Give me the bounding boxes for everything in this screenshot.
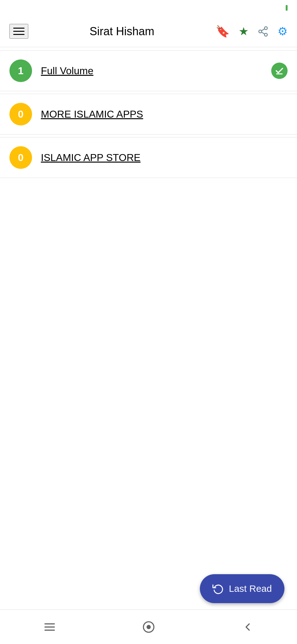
share-icon[interactable] <box>257 26 269 37</box>
bookmark-icon[interactable]: 🔖 <box>216 25 230 38</box>
nav-home-button[interactable] <box>139 618 158 636</box>
badge-1: 1 <box>9 59 32 82</box>
empty-content-area <box>0 180 297 464</box>
settings-icon[interactable]: ⚙ <box>278 25 288 38</box>
fab-container: Last Read <box>200 574 284 603</box>
last-read-label: Last Read <box>229 583 272 594</box>
hamburger-line-2 <box>13 31 25 32</box>
nav-menu-button[interactable] <box>40 618 59 636</box>
list-item[interactable]: 0 MORE ISLAMIC APPS <box>0 94 297 135</box>
hamburger-line-1 <box>13 28 25 29</box>
app-title: Sirat Hisham <box>35 25 209 38</box>
svg-line-3 <box>261 32 265 34</box>
list-item[interactable]: 1 Full Volume <box>0 50 297 91</box>
item-label-full-volume: Full Volume <box>41 65 271 77</box>
list-item[interactable]: 0 ISLAMIC APP STORE <box>0 137 297 178</box>
badge-2: 0 <box>9 103 32 125</box>
svg-point-10 <box>147 625 150 629</box>
svg-line-4 <box>261 29 265 31</box>
toolbar-icons: 🔖 ★ ⚙ <box>216 25 288 38</box>
check-badge <box>271 63 288 79</box>
status-bar <box>0 0 297 16</box>
nav-back-button[interactable] <box>238 618 257 636</box>
item-label-islamic-app-store: ISLAMIC APP STORE <box>41 152 288 164</box>
bottom-nav <box>0 609 297 644</box>
list-container: 1 Full Volume 0 MORE ISLAMIC APPS 0 ISLA… <box>0 50 297 178</box>
last-read-button[interactable]: Last Read <box>200 574 284 603</box>
menu-button[interactable] <box>9 24 28 39</box>
signal-indicator <box>286 5 288 11</box>
app-bar: Sirat Hisham 🔖 ★ ⚙ <box>0 16 297 47</box>
hamburger-line-3 <box>13 34 25 35</box>
badge-3: 0 <box>9 146 32 169</box>
star-icon[interactable]: ★ <box>239 25 249 38</box>
item-label-more-islamic-apps: MORE ISLAMIC APPS <box>41 108 288 120</box>
